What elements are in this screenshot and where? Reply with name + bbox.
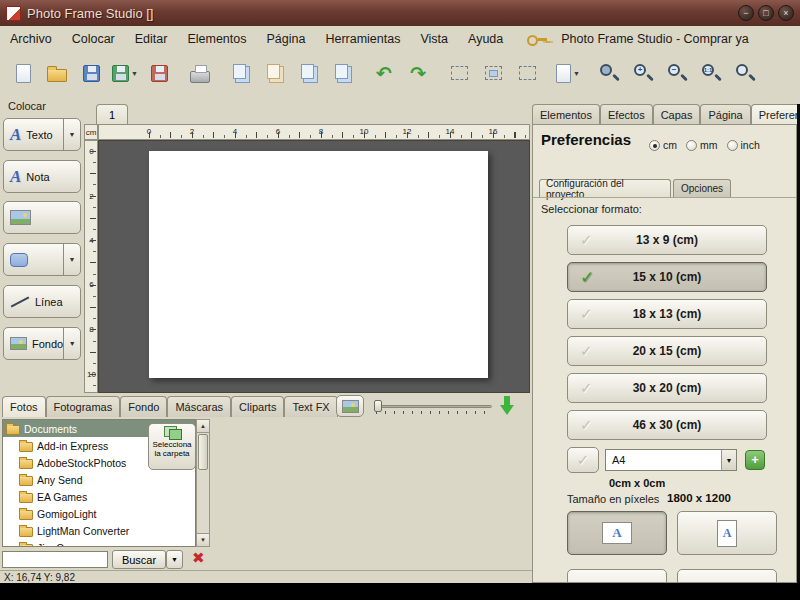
search-input[interactable] — [2, 551, 108, 568]
crop-icon — [519, 66, 536, 80]
unit-radio-mm[interactable]: mm — [686, 135, 718, 153]
tree-item[interactable]: JinoCam — [3, 539, 195, 547]
save-button[interactable] — [74, 57, 108, 89]
undo-button[interactable]: ↶ — [367, 57, 401, 89]
add-format-button[interactable]: + — [745, 450, 765, 470]
menu-item-colocar[interactable]: Colocar — [62, 28, 125, 50]
maximize-button[interactable]: □ — [758, 5, 774, 21]
copy-page-icon — [233, 64, 246, 79]
redo-button[interactable]: ↷ — [401, 57, 435, 89]
note-icon: A — [10, 168, 21, 185]
paper-size-value: A4 — [606, 454, 721, 466]
tree-item[interactable]: GomigoLight — [3, 505, 195, 522]
tab-capas[interactable]: Capas — [653, 104, 701, 124]
search-button[interactable]: Buscar — [112, 550, 166, 569]
menu-item-archivo[interactable]: Archivo — [0, 28, 62, 50]
menu-item-vista[interactable]: Vista — [410, 28, 458, 50]
nota-tool-button[interactable]: ANota — [3, 160, 81, 193]
duplicate-page-button[interactable] — [292, 57, 326, 89]
print-button[interactable] — [183, 57, 217, 89]
tree-item[interactable]: LightMan Converter — [3, 522, 195, 539]
bottom-action-button-2[interactable] — [677, 569, 777, 583]
tab-efectos[interactable]: Efectos — [600, 104, 653, 124]
canvas-area[interactable] — [98, 140, 530, 393]
subtab-opciones[interactable]: Opciones — [673, 179, 731, 197]
export-button[interactable]: ▼ — [551, 57, 585, 89]
format-20x15-button[interactable]: ✓20 x 15 (cm) — [567, 336, 767, 366]
tree-scrollbar[interactable]: ▲ ▼ — [196, 419, 210, 547]
pixel-size-value: 1800 x 1200 — [667, 492, 731, 504]
minimize-button[interactable]: − — [738, 5, 754, 21]
zoom-actual-button[interactable]: 1:1 — [694, 57, 728, 89]
paper-size-select[interactable]: A4 ▼ — [605, 449, 737, 471]
save-as-button[interactable]: ▼ — [108, 57, 142, 89]
search-dropdown-button[interactable]: ▼ — [166, 550, 183, 569]
clear-search-button[interactable]: ✖ — [192, 549, 205, 567]
menu-item-editar[interactable]: Editar — [125, 28, 178, 50]
transform-button[interactable] — [476, 57, 510, 89]
thumbnail-size-slider[interactable] — [374, 399, 492, 414]
format-30x20-button[interactable]: ✓30 x 20 (cm) — [567, 373, 767, 403]
page-tab[interactable]: 1 — [96, 104, 128, 124]
bottom-action-button-1[interactable] — [567, 569, 667, 583]
horizontal-ruler: 0 2 4 6 8 10 12 14 16 — [98, 124, 530, 140]
tab-fondo[interactable]: Fondo — [120, 396, 167, 417]
new-document-button[interactable] — [6, 57, 40, 89]
tree-item[interactable]: Any Send — [3, 471, 195, 488]
menu-item-ayuda[interactable]: Ayuda — [458, 28, 513, 50]
copy-page-button[interactable] — [224, 57, 258, 89]
unit-radio-inch[interactable]: inch — [727, 135, 760, 153]
scroll-down-icon[interactable]: ▼ — [197, 533, 209, 546]
folder-icon — [19, 442, 33, 452]
tab-cliparts[interactable]: Cliparts — [231, 396, 284, 417]
open-folder-button[interactable] — [40, 57, 74, 89]
tree-item[interactable]: EA Games — [3, 488, 195, 505]
shape-dropdown-button[interactable]: ▼ — [63, 244, 80, 275]
format-46x30-button[interactable]: ✓46 x 30 (cm) — [567, 410, 767, 440]
redo-icon: ↷ — [410, 64, 426, 83]
format-13x9-button[interactable]: ✓13 x 9 (cm) — [567, 225, 767, 255]
format-15x10-button[interactable]: ✓15 x 10 (cm) — [567, 262, 767, 292]
fondo-tool-button[interactable]: Fondo ▼ — [3, 327, 81, 360]
buy-now-link[interactable]: Photo Frame Studio - Comprar ya — [551, 28, 759, 50]
tab-elementos[interactable]: Elementos — [532, 104, 600, 124]
zoom-fit-button[interactable] — [728, 57, 762, 89]
orientation-portrait-button[interactable]: A — [677, 511, 777, 555]
menu-item-elementos[interactable]: Elementos — [177, 28, 256, 50]
shape-tool-button[interactable]: ▼ — [3, 243, 81, 276]
tab-fotos[interactable]: Fotos — [2, 396, 46, 417]
linea-tool-button[interactable]: Línea — [3, 285, 81, 318]
texto-dropdown-button[interactable]: ▼ — [63, 119, 80, 150]
orientation-landscape-button[interactable]: A — [567, 511, 667, 555]
thumbnail-view-button[interactable] — [336, 395, 364, 417]
format-custom-button[interactable]: ✓ — [567, 447, 599, 473]
zoom-out-button[interactable]: − — [660, 57, 694, 89]
format-18x13-button[interactable]: ✓18 x 13 (cm) — [567, 299, 767, 329]
zoom-in-button[interactable]: + — [626, 57, 660, 89]
image-tool-button[interactable] — [3, 201, 81, 234]
texto-tool-button[interactable]: ATexto ▼ — [3, 118, 81, 151]
zoom-window-button[interactable] — [592, 57, 626, 89]
crop-button[interactable] — [510, 57, 544, 89]
tab-fotogramas[interactable]: Fotogramas — [46, 396, 121, 417]
select-region-button[interactable] — [442, 57, 476, 89]
slider-handle[interactable] — [374, 400, 382, 412]
scrollbar-thumb[interactable] — [198, 434, 208, 470]
menu-item-herramientas[interactable]: Herramientas — [315, 28, 410, 50]
tab-mascaras[interactable]: Máscaras — [167, 396, 231, 417]
fondo-dropdown-button[interactable]: ▼ — [63, 328, 80, 359]
tab-pagina[interactable]: Página — [700, 104, 750, 124]
tab-textfx[interactable]: Text FX — [284, 396, 337, 417]
subtab-configuracion[interactable]: Configuración del proyecto — [539, 179, 671, 197]
scroll-up-icon[interactable]: ▲ — [197, 420, 209, 433]
select-folder-button[interactable]: Selecciona la carpeta — [148, 423, 196, 470]
menu-item-pagina[interactable]: Página — [256, 28, 315, 50]
close-button[interactable]: × — [778, 5, 794, 21]
clone-page-button[interactable] — [326, 57, 360, 89]
folder-icon — [19, 544, 33, 548]
unit-radio-cm[interactable]: cm — [649, 135, 677, 153]
tab-preferencias[interactable]: Preferencias — [751, 104, 800, 124]
export-image-button[interactable] — [142, 57, 176, 89]
paste-page-button[interactable] — [258, 57, 292, 89]
document-page[interactable] — [149, 151, 488, 378]
